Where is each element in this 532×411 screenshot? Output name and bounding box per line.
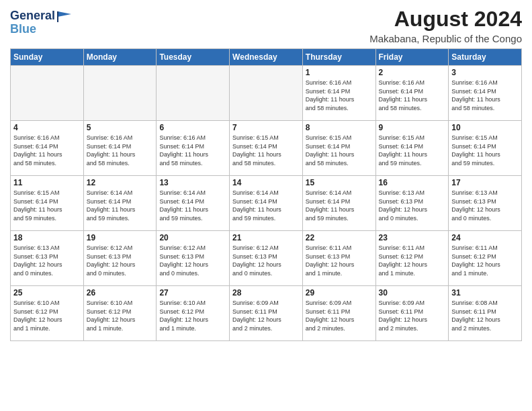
calendar-cell-5-4: 28Sunrise: 6:09 AM Sunset: 6:11 PM Dayli… <box>230 286 303 341</box>
day-number: 15 <box>306 178 373 187</box>
day-info: Sunrise: 6:16 AM Sunset: 6:14 PM Dayligh… <box>13 134 81 167</box>
day-number: 2 <box>379 68 446 77</box>
day-number: 23 <box>379 233 446 242</box>
day-info: Sunrise: 6:15 AM Sunset: 6:14 PM Dayligh… <box>379 134 446 167</box>
week-row-1: 1Sunrise: 6:16 AM Sunset: 6:14 PM Daylig… <box>11 66 522 121</box>
day-number: 21 <box>232 233 300 242</box>
calendar-cell-5-3: 27Sunrise: 6:10 AM Sunset: 6:12 PM Dayli… <box>157 286 230 341</box>
day-number: 27 <box>159 288 226 298</box>
day-info: Sunrise: 6:10 AM Sunset: 6:12 PM Dayligh… <box>13 299 81 332</box>
day-number: 29 <box>306 288 373 298</box>
week-row-5: 25Sunrise: 6:10 AM Sunset: 6:12 PM Dayli… <box>11 286 522 341</box>
day-number: 5 <box>87 123 154 132</box>
header-sunday: Sunday <box>11 49 84 66</box>
day-number: 18 <box>13 233 81 242</box>
day-number: 3 <box>451 68 519 77</box>
svg-marker-0 <box>58 11 71 17</box>
day-number: 7 <box>232 123 300 132</box>
day-number: 31 <box>451 288 519 298</box>
calendar-cell-1-6: 2Sunrise: 6:16 AM Sunset: 6:14 PM Daylig… <box>375 66 449 121</box>
calendar-cell-5-6: 30Sunrise: 6:09 AM Sunset: 6:11 PM Dayli… <box>375 286 449 341</box>
day-info: Sunrise: 6:11 AM Sunset: 6:12 PM Dayligh… <box>451 244 519 277</box>
logo-text-general: General <box>10 9 55 23</box>
calendar-cell-3-1: 11Sunrise: 6:15 AM Sunset: 6:14 PM Dayli… <box>11 176 84 231</box>
calendar-cell-1-1 <box>11 66 84 121</box>
header: General Blue August 2024 Makabana, Repub… <box>10 7 522 44</box>
calendar-cell-4-7: 24Sunrise: 6:11 AM Sunset: 6:12 PM Dayli… <box>449 231 522 286</box>
calendar-cell-4-2: 19Sunrise: 6:12 AM Sunset: 6:13 PM Dayli… <box>83 231 157 286</box>
day-number: 13 <box>159 178 226 187</box>
calendar-cell-2-5: 8Sunrise: 6:15 AM Sunset: 6:14 PM Daylig… <box>302 121 375 176</box>
day-info: Sunrise: 6:09 AM Sunset: 6:11 PM Dayligh… <box>232 299 300 332</box>
page-subtitle: Makabana, Republic of the Congo <box>369 33 522 44</box>
calendar-cell-2-6: 9Sunrise: 6:15 AM Sunset: 6:14 PM Daylig… <box>375 121 449 176</box>
header-saturday: Saturday <box>449 49 522 66</box>
logo-flag-icon <box>56 10 71 22</box>
calendar-cell-4-5: 22Sunrise: 6:11 AM Sunset: 6:13 PM Dayli… <box>302 231 375 286</box>
calendar-cell-5-5: 29Sunrise: 6:09 AM Sunset: 6:11 PM Dayli… <box>302 286 375 341</box>
day-info: Sunrise: 6:12 AM Sunset: 6:13 PM Dayligh… <box>232 244 300 277</box>
header-wednesday: Wednesday <box>230 49 303 66</box>
calendar-cell-1-5: 1Sunrise: 6:16 AM Sunset: 6:14 PM Daylig… <box>302 66 375 121</box>
day-info: Sunrise: 6:16 AM Sunset: 6:14 PM Dayligh… <box>159 134 226 167</box>
title-area: August 2024 Makabana, Republic of the Co… <box>369 7 522 44</box>
calendar-table: Sunday Monday Tuesday Wednesday Thursday… <box>10 48 522 341</box>
day-number: 6 <box>159 123 226 132</box>
day-number: 4 <box>13 123 81 132</box>
calendar-cell-4-4: 21Sunrise: 6:12 AM Sunset: 6:13 PM Dayli… <box>230 231 303 286</box>
day-number: 22 <box>306 233 373 242</box>
day-number: 9 <box>379 123 446 132</box>
day-info: Sunrise: 6:16 AM Sunset: 6:14 PM Dayligh… <box>87 134 154 167</box>
page-title: August 2024 <box>369 7 522 32</box>
day-info: Sunrise: 6:14 AM Sunset: 6:14 PM Dayligh… <box>159 189 226 222</box>
main-container: General Blue August 2024 Makabana, Repub… <box>0 0 532 348</box>
day-number: 19 <box>87 233 154 242</box>
calendar-cell-1-3 <box>157 66 230 121</box>
day-info: Sunrise: 6:16 AM Sunset: 6:14 PM Dayligh… <box>451 79 519 112</box>
week-row-2: 4Sunrise: 6:16 AM Sunset: 6:14 PM Daylig… <box>11 121 522 176</box>
calendar-cell-3-7: 17Sunrise: 6:13 AM Sunset: 6:13 PM Dayli… <box>449 176 522 231</box>
calendar-cell-1-4 <box>230 66 303 121</box>
day-number: 26 <box>87 288 154 298</box>
day-info: Sunrise: 6:09 AM Sunset: 6:11 PM Dayligh… <box>306 299 373 332</box>
day-number: 20 <box>159 233 226 242</box>
calendar-cell-3-5: 15Sunrise: 6:14 AM Sunset: 6:14 PM Dayli… <box>302 176 375 231</box>
day-info: Sunrise: 6:14 AM Sunset: 6:14 PM Dayligh… <box>232 189 300 222</box>
calendar-cell-5-7: 31Sunrise: 6:08 AM Sunset: 6:11 PM Dayli… <box>449 286 522 341</box>
day-info: Sunrise: 6:10 AM Sunset: 6:12 PM Dayligh… <box>87 299 154 332</box>
day-number: 28 <box>232 288 300 298</box>
day-info: Sunrise: 6:09 AM Sunset: 6:11 PM Dayligh… <box>379 299 446 332</box>
calendar-cell-5-2: 26Sunrise: 6:10 AM Sunset: 6:12 PM Dayli… <box>83 286 157 341</box>
day-info: Sunrise: 6:08 AM Sunset: 6:11 PM Dayligh… <box>451 299 519 332</box>
calendar-header-row: Sunday Monday Tuesday Wednesday Thursday… <box>11 49 522 66</box>
day-number: 14 <box>232 178 300 187</box>
day-info: Sunrise: 6:11 AM Sunset: 6:13 PM Dayligh… <box>306 244 373 277</box>
day-number: 16 <box>379 178 446 187</box>
week-row-4: 18Sunrise: 6:13 AM Sunset: 6:13 PM Dayli… <box>11 231 522 286</box>
day-number: 24 <box>451 233 519 242</box>
header-monday: Monday <box>83 49 157 66</box>
calendar-cell-2-7: 10Sunrise: 6:15 AM Sunset: 6:14 PM Dayli… <box>449 121 522 176</box>
day-info: Sunrise: 6:12 AM Sunset: 6:13 PM Dayligh… <box>87 244 154 277</box>
header-thursday: Thursday <box>302 49 375 66</box>
calendar-cell-4-3: 20Sunrise: 6:12 AM Sunset: 6:13 PM Dayli… <box>157 231 230 286</box>
calendar-cell-3-2: 12Sunrise: 6:14 AM Sunset: 6:14 PM Dayli… <box>83 176 157 231</box>
calendar-cell-3-3: 13Sunrise: 6:14 AM Sunset: 6:14 PM Dayli… <box>157 176 230 231</box>
day-info: Sunrise: 6:10 AM Sunset: 6:12 PM Dayligh… <box>159 299 226 332</box>
week-row-3: 11Sunrise: 6:15 AM Sunset: 6:14 PM Dayli… <box>11 176 522 231</box>
day-number: 10 <box>451 123 519 132</box>
calendar-cell-3-6: 16Sunrise: 6:13 AM Sunset: 6:13 PM Dayli… <box>375 176 449 231</box>
calendar-cell-2-1: 4Sunrise: 6:16 AM Sunset: 6:14 PM Daylig… <box>11 121 84 176</box>
day-info: Sunrise: 6:11 AM Sunset: 6:12 PM Dayligh… <box>379 244 446 277</box>
calendar-cell-1-7: 3Sunrise: 6:16 AM Sunset: 6:14 PM Daylig… <box>449 66 522 121</box>
day-number: 30 <box>379 288 446 298</box>
day-info: Sunrise: 6:15 AM Sunset: 6:14 PM Dayligh… <box>232 134 300 167</box>
calendar-cell-2-4: 7Sunrise: 6:15 AM Sunset: 6:14 PM Daylig… <box>230 121 303 176</box>
day-number: 25 <box>13 288 81 298</box>
day-info: Sunrise: 6:13 AM Sunset: 6:13 PM Dayligh… <box>451 189 519 222</box>
day-info: Sunrise: 6:14 AM Sunset: 6:14 PM Dayligh… <box>87 189 154 222</box>
day-info: Sunrise: 6:13 AM Sunset: 6:13 PM Dayligh… <box>379 189 446 222</box>
calendar-cell-1-2 <box>83 66 157 121</box>
calendar-cell-2-3: 6Sunrise: 6:16 AM Sunset: 6:14 PM Daylig… <box>157 121 230 176</box>
day-info: Sunrise: 6:16 AM Sunset: 6:14 PM Dayligh… <box>306 79 373 112</box>
